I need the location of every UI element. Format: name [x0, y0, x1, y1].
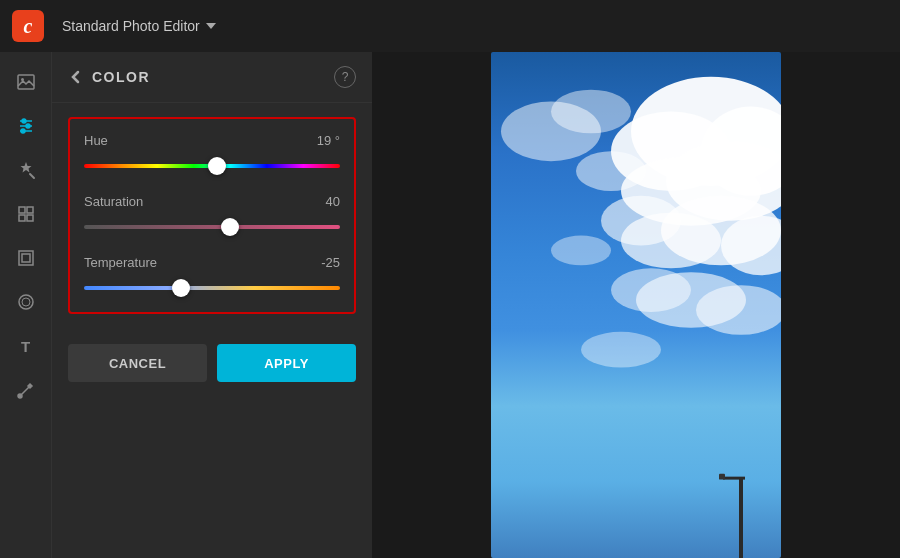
apply-button[interactable]: APPLY	[217, 344, 356, 382]
main-content: T COLOR ? Hue 19 °	[0, 52, 900, 558]
sidebar-item-brush[interactable]	[6, 370, 46, 410]
temperature-label: Temperature	[84, 255, 157, 270]
svg-point-7	[21, 129, 25, 133]
panel-title: COLOR	[92, 69, 150, 85]
svg-point-16	[22, 298, 30, 306]
svg-point-31	[551, 236, 611, 266]
color-panel: COLOR ? Hue 19 ° Satu	[52, 52, 372, 558]
sidebar-item-vignette[interactable]	[6, 282, 46, 322]
svg-rect-14	[22, 254, 30, 262]
chevron-down-icon	[206, 23, 216, 29]
hue-label: Hue	[84, 133, 108, 148]
app-title-button[interactable]: Standard Photo Editor	[54, 14, 224, 38]
saturation-slider[interactable]	[84, 217, 340, 237]
svg-point-6	[26, 124, 30, 128]
temperature-slider[interactable]	[84, 278, 340, 298]
panel-header-left: COLOR	[68, 69, 150, 85]
svg-point-34	[551, 90, 631, 134]
cancel-button[interactable]: CANCEL	[68, 344, 207, 382]
saturation-track	[84, 225, 340, 229]
svg-point-32	[581, 332, 661, 368]
saturation-control: Saturation 40	[84, 194, 340, 237]
svg-rect-37	[719, 474, 725, 480]
hue-thumb[interactable]	[208, 157, 226, 175]
hue-control: Hue 19 °	[84, 133, 340, 176]
button-row: CANCEL APPLY	[52, 328, 372, 398]
svg-rect-13	[19, 251, 33, 265]
hue-label-row: Hue 19 °	[84, 133, 340, 148]
sidebar-item-magic[interactable]	[6, 150, 46, 190]
svg-point-30	[576, 151, 646, 191]
svg-line-8	[30, 174, 34, 178]
svg-rect-0	[18, 75, 34, 89]
cloud-overlay	[491, 52, 781, 558]
photo-canvas	[491, 52, 781, 558]
topbar: c Standard Photo Editor	[0, 0, 900, 52]
svg-point-5	[22, 119, 26, 123]
svg-point-15	[19, 295, 33, 309]
temperature-track	[84, 286, 340, 290]
svg-rect-35	[739, 479, 743, 558]
svg-rect-36	[723, 477, 745, 480]
app-logo: c	[12, 10, 44, 42]
sidebar-item-frame[interactable]	[6, 238, 46, 278]
temperature-control: Temperature -25	[84, 255, 340, 298]
sidebar-item-grid[interactable]	[6, 194, 46, 234]
back-button[interactable]	[68, 69, 84, 85]
image-area	[372, 52, 900, 558]
sidebar-item-text[interactable]: T	[6, 326, 46, 366]
panel-header: COLOR ?	[52, 52, 372, 103]
saturation-value: 40	[326, 194, 340, 209]
saturation-label-row: Saturation 40	[84, 194, 340, 209]
svg-point-29	[611, 268, 691, 312]
temperature-label-row: Temperature -25	[84, 255, 340, 270]
svg-rect-9	[19, 207, 25, 213]
left-sidebar: T	[0, 52, 52, 558]
app-title-label: Standard Photo Editor	[62, 18, 200, 34]
sidebar-item-image[interactable]	[6, 62, 46, 102]
saturation-thumb[interactable]	[221, 218, 239, 236]
sidebar-item-adjustments[interactable]	[6, 106, 46, 146]
help-button[interactable]: ?	[334, 66, 356, 88]
svg-point-17	[18, 394, 22, 398]
svg-rect-12	[27, 215, 33, 221]
saturation-label: Saturation	[84, 194, 143, 209]
color-controls-container: Hue 19 ° Saturation 40	[68, 117, 356, 314]
temperature-value: -25	[321, 255, 340, 270]
temperature-thumb[interactable]	[172, 279, 190, 297]
svg-rect-10	[27, 207, 33, 213]
hue-value: 19 °	[317, 133, 340, 148]
svg-rect-11	[19, 215, 25, 221]
svg-point-26	[601, 196, 681, 246]
hue-slider[interactable]	[84, 156, 340, 176]
